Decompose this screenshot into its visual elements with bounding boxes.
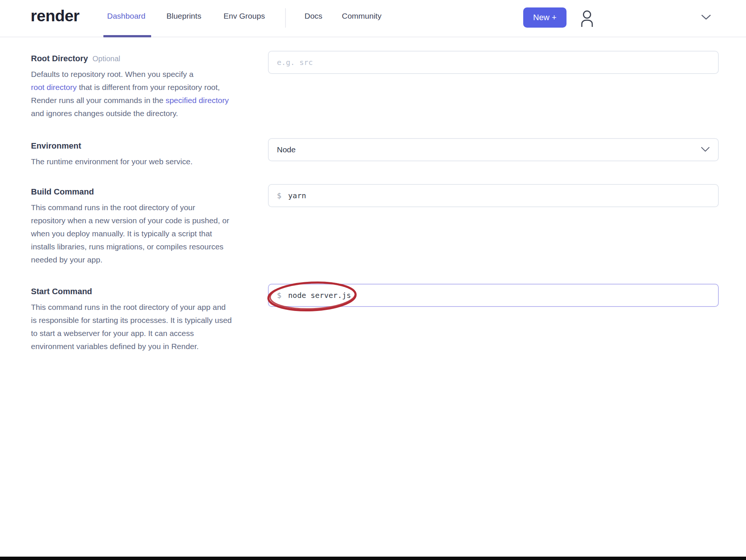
section-description: The runtime environment for your web ser… — [31, 155, 259, 168]
form-row-start-command: Start Command This command runs in the r… — [0, 284, 746, 307]
description-line: root directory that is different from yo… — [31, 81, 259, 94]
environment-select[interactable]: Node — [268, 138, 719, 161]
section-description: This command runs in the root directory … — [31, 201, 259, 266]
section-title-environment: Environment — [31, 138, 259, 151]
description-line: This command runs in the root directory … — [31, 301, 259, 314]
top-nav: render Dashboard Blueprints Env Groups D… — [0, 0, 746, 37]
account-menu-chevron[interactable] — [700, 13, 712, 22]
description-line: Render runs all your commands in the spe… — [31, 94, 259, 107]
description-text: Render runs all your commands in the — [31, 96, 166, 105]
account-button[interactable] — [578, 9, 596, 28]
new-button[interactable]: New + — [523, 7, 566, 28]
section-description: Defaults to repository root. When you sp… — [31, 68, 259, 120]
description-text: that is different from your repository r… — [77, 83, 220, 91]
description-line: environment variables defined by you in … — [31, 340, 259, 353]
section-title-build-command: Build Command — [31, 184, 259, 197]
start-command-input[interactable] — [288, 284, 718, 306]
build-command-input[interactable] — [288, 185, 718, 206]
description-line: is responsible for starting its processe… — [31, 314, 259, 327]
nav-tab-docs[interactable]: Docs — [305, 12, 322, 21]
chevron-down-icon — [701, 16, 711, 22]
specified-directory-link[interactable]: specified directory — [166, 96, 229, 105]
nav-tab-community[interactable]: Community — [342, 12, 381, 21]
description-line: The runtime environment for your web ser… — [31, 155, 259, 168]
section-title-root-directory: Root DirectoryOptional — [31, 51, 259, 63]
start-command-field: $ — [268, 284, 719, 307]
chevron-down-icon — [701, 145, 710, 154]
active-tab-underline — [103, 35, 151, 37]
description-line: when you deploy manually. It is typicall… — [31, 227, 259, 240]
nav-tab-dashboard[interactable]: Dashboard — [107, 12, 146, 21]
shell-prompt: $ — [277, 291, 281, 300]
section-title-text: Root Directory — [31, 54, 88, 63]
shell-prompt: $ — [277, 191, 281, 200]
description-line: needed by your app. — [31, 253, 259, 266]
bottom-border-bar — [0, 557, 746, 560]
root-directory-link[interactable]: root directory — [31, 83, 77, 91]
description-line: to start a webserver for your app. It ca… — [31, 327, 259, 340]
description-line: Defaults to repository root. When you sp… — [31, 68, 259, 81]
description-line: This command runs in the root directory … — [31, 201, 259, 214]
build-command-field: $ — [268, 184, 719, 207]
render-logo[interactable]: render — [31, 7, 79, 25]
optional-badge: Optional — [93, 55, 121, 63]
nav-tab-env-groups[interactable]: Env Groups — [224, 12, 265, 21]
description-line: repository when a new version of your co… — [31, 214, 259, 227]
description-line: and ignores changes outside the director… — [31, 107, 259, 120]
person-icon — [578, 24, 596, 29]
section-description: This command runs in the root directory … — [31, 301, 259, 353]
section-title-start-command: Start Command — [31, 284, 259, 296]
nav-tab-blueprints[interactable]: Blueprints — [166, 12, 201, 21]
nav-divider — [285, 8, 286, 28]
root-directory-input[interactable] — [268, 51, 719, 74]
description-line: installs libraries, runs migrations, or … — [31, 240, 259, 253]
environment-select-value: Node — [277, 145, 296, 154]
